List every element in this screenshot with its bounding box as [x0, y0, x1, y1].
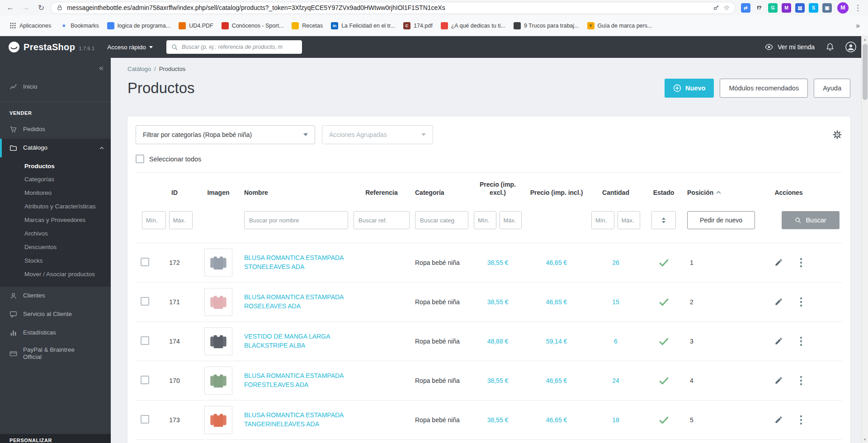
sidebar-item-clientes[interactable]: Clientes — [0, 287, 111, 305]
sidebar-item-estadisticas[interactable]: Estadísticas — [0, 324, 111, 342]
col-estado[interactable]: Estado — [643, 173, 684, 204]
product-price-incl-link[interactable]: 46,65 € — [546, 377, 567, 384]
bookmark-item[interactable]: 9 Trucos para trabaj... — [509, 19, 583, 33]
sidebar-item-servicio[interactable]: Servicio al Cliente — [0, 305, 111, 324]
product-name-link[interactable]: BLUSA ROMANTICA ESTAMPADA TANGERINELEAVE… — [244, 411, 348, 429]
bookmark-item[interactable]: ¿A qué dedicas tu ti... — [437, 19, 509, 33]
edit-pencil-icon[interactable] — [774, 415, 783, 424]
grid-settings-gear-icon[interactable] — [832, 130, 842, 140]
product-image[interactable] — [204, 367, 232, 395]
status-filter-select[interactable] — [651, 211, 676, 229]
bookmark-item[interactable]: UD4.PDF — [175, 19, 217, 33]
quantity-min-input[interactable] — [591, 211, 614, 229]
password-key-icon[interactable] — [713, 5, 720, 11]
quick-access-menu[interactable]: Acceso rápido — [107, 44, 153, 51]
help-button[interactable]: Ayuda — [814, 79, 850, 98]
product-quantity-link[interactable]: 18 — [612, 416, 619, 424]
sidebar-item-catalogo[interactable]: Catálogo — [0, 139, 111, 157]
row-checkbox[interactable] — [141, 376, 149, 384]
col-posicion[interactable]: Posición — [684, 173, 735, 204]
view-shop-link[interactable]: Ver mi tienda — [764, 42, 815, 52]
bookmark-item[interactable]: in La Felicidad en el tr... — [327, 19, 399, 33]
col-nombre[interactable]: Nombre — [241, 173, 351, 204]
scrollbar-thumb[interactable] — [863, 44, 868, 100]
browser-extension-icon[interactable]: S — [809, 3, 818, 13]
account-avatar-icon[interactable] — [845, 42, 856, 52]
prestashop-logo[interactable]: PrestaShop 1.7.6.1 — [8, 41, 94, 53]
sidebar-subitem[interactable]: Mover / Asociar productos — [0, 268, 111, 281]
product-price-incl-link[interactable]: 59,14 € — [546, 338, 567, 345]
reload-icon[interactable]: ↻ — [35, 3, 47, 13]
sidebar-subitem[interactable]: Monitoreo — [0, 187, 111, 200]
price-min-input[interactable] — [474, 211, 496, 229]
sidebar-subitem[interactable]: Archivos — [0, 227, 111, 240]
product-price-incl-link[interactable]: 46,65 € — [546, 298, 567, 306]
sidebar-item-pedidos[interactable]: Pedidos — [0, 120, 111, 139]
product-price-excl-link[interactable]: 38,55 € — [487, 377, 509, 384]
recommended-modules-button[interactable]: Módulos recomendados — [720, 79, 808, 98]
bookmark-item[interactable]: ★ Bookmarks — [56, 19, 103, 33]
url-text[interactable]: messageinthebottle.es/admin758axrffw/ind… — [67, 4, 709, 11]
row-checkbox[interactable] — [141, 336, 149, 345]
col-id[interactable]: ID — [154, 173, 195, 204]
category-filter-input[interactable] — [415, 211, 468, 229]
bookmark-item[interactable]: Recetas — [288, 19, 327, 33]
product-name-link[interactable]: VESTIDO DE MANGA LARGA BLACKSTRIPE ALBA — [244, 332, 348, 350]
browser-extension-icon[interactable]: f? — [755, 3, 764, 13]
row-menu-kebab-icon[interactable] — [799, 375, 803, 386]
col-categoria[interactable]: Categoría — [412, 173, 471, 204]
forward-icon[interactable]: → — [20, 3, 32, 12]
product-image[interactable] — [204, 249, 232, 277]
bookmark-item[interactable]: C 174.pdf — [399, 19, 437, 33]
browser-extension-icon[interactable]: ⇄ — [741, 3, 750, 13]
product-image[interactable] — [204, 406, 232, 434]
row-menu-kebab-icon[interactable] — [799, 297, 803, 307]
bookmark-item[interactable]: Conócenos - Sport... — [217, 19, 288, 33]
sidebar-subitem[interactable]: Atributos y Características — [0, 200, 111, 214]
product-name-link[interactable]: BLUSA ROMANTICA ESTAMPADA FORESTLEAVES A… — [244, 372, 348, 390]
product-name-link[interactable]: BLUSA ROMANTICA ESTAMPADA ROSELEAVES ADA — [244, 293, 348, 311]
row-checkbox[interactable] — [141, 258, 149, 266]
sidebar-subitem[interactable]: Descuentos — [0, 240, 111, 254]
sidebar-item-inicio[interactable]: Inicio — [0, 78, 111, 96]
browser-extension-icon[interactable]: ▤ — [795, 3, 805, 13]
quantity-max-input[interactable] — [618, 211, 641, 229]
select-all-checkbox[interactable] — [136, 155, 144, 163]
site-info-lock-icon[interactable] — [57, 5, 63, 11]
product-quantity-link[interactable]: 15 — [612, 298, 619, 306]
sidebar-subitem[interactable]: Productos — [0, 160, 111, 173]
product-price-excl-link[interactable]: 38,55 € — [487, 416, 509, 424]
bookmark-item[interactable]: logica de programa... — [103, 19, 175, 33]
product-quantity-link[interactable]: 6 — [614, 338, 618, 345]
bookmark-star-icon[interactable]: ☆ — [724, 4, 730, 12]
product-price-excl-link[interactable]: 38,55 € — [487, 259, 509, 266]
breadcrumb-catalogo[interactable]: Catálogo — [127, 66, 151, 72]
product-price-excl-link[interactable]: 48,88 € — [487, 338, 509, 345]
browser-menu-icon[interactable]: ⋮ — [852, 3, 863, 13]
product-price-incl-link[interactable]: 46,65 € — [546, 416, 567, 424]
browser-extension-icon[interactable]: G — [768, 3, 778, 13]
product-price-excl-link[interactable]: 38,55 € — [487, 298, 509, 306]
scrollbar-up-arrow[interactable]: ▲ — [862, 36, 868, 43]
category-filter-select[interactable]: Filtrar por categorías (Ropa bebé niña) — [136, 125, 315, 144]
price-max-input[interactable] — [500, 211, 522, 229]
row-checkbox[interactable] — [141, 297, 149, 306]
search-filter-button[interactable]: Buscar — [782, 211, 840, 229]
col-precio-excl[interactable]: Precio (imp. excl.) — [471, 173, 524, 204]
profile-avatar[interactable]: M — [837, 2, 849, 14]
sidebar-subitem[interactable]: Stocks — [0, 254, 111, 268]
address-bar[interactable]: messageinthebottle.es/admin758axrffw/ind… — [51, 2, 736, 14]
edit-pencil-icon[interactable] — [774, 258, 783, 267]
sidebar-collapse-icon[interactable]: « — [99, 63, 103, 73]
apps-shortcut[interactable]: Aplicaciones — [5, 19, 55, 33]
back-icon[interactable]: ← — [5, 3, 16, 12]
sidebar-subitem[interactable]: Categorías — [0, 173, 111, 187]
scrollbar-down-arrow[interactable]: ▼ — [862, 436, 868, 443]
admin-search-input[interactable] — [182, 44, 297, 50]
browser-extension-icon[interactable]: M — [782, 3, 791, 13]
product-image[interactable] — [204, 288, 232, 316]
product-image[interactable] — [204, 327, 232, 355]
col-referencia[interactable]: Referencia — [351, 173, 412, 204]
row-menu-kebab-icon[interactable] — [799, 257, 803, 268]
row-checkbox[interactable] — [141, 415, 149, 424]
